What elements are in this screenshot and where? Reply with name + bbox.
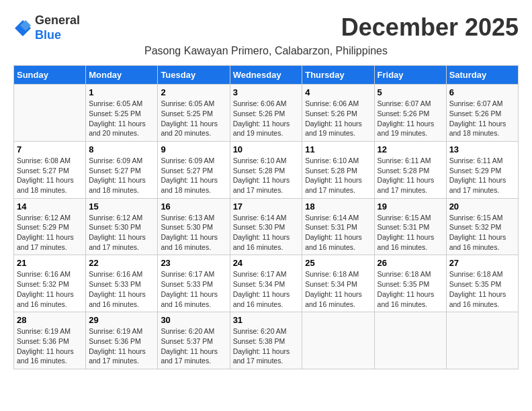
- calendar-cell: 23Sunrise: 6:17 AM Sunset: 5:33 PM Dayli…: [158, 255, 230, 312]
- logo-icon: [13, 19, 32, 38]
- day-number: 1: [89, 87, 154, 97]
- day-number: 22: [89, 258, 154, 268]
- day-number: 16: [161, 201, 226, 212]
- day-number: 6: [449, 87, 515, 97]
- calendar-cell: 10Sunrise: 6:10 AM Sunset: 5:28 PM Dayli…: [230, 141, 302, 198]
- day-number: 9: [161, 144, 226, 154]
- day-info: Sunrise: 6:14 AM Sunset: 5:31 PM Dayligh…: [305, 213, 371, 253]
- calendar-cell: 31Sunrise: 6:20 AM Sunset: 5:38 PM Dayli…: [230, 312, 302, 369]
- calendar-cell: 5Sunrise: 6:07 AM Sunset: 5:26 PM Daylig…: [374, 85, 446, 142]
- calendar-cell: 28Sunrise: 6:19 AM Sunset: 5:36 PM Dayli…: [14, 312, 86, 369]
- calendar-week-5: 28Sunrise: 6:19 AM Sunset: 5:36 PM Dayli…: [14, 312, 519, 369]
- calendar-cell: [446, 312, 518, 369]
- page-header: General Blue December 2025: [13, 13, 519, 42]
- day-number: 15: [89, 201, 154, 212]
- day-number: 11: [305, 144, 371, 154]
- calendar-week-1: 1Sunrise: 6:05 AM Sunset: 5:25 PM Daylig…: [14, 85, 519, 142]
- calendar-cell: 3Sunrise: 6:06 AM Sunset: 5:26 PM Daylig…: [230, 85, 302, 142]
- day-info: Sunrise: 6:05 AM Sunset: 5:25 PM Dayligh…: [161, 99, 226, 138]
- day-info: Sunrise: 6:10 AM Sunset: 5:28 PM Dayligh…: [305, 156, 371, 195]
- day-info: Sunrise: 6:15 AM Sunset: 5:31 PM Dayligh…: [378, 213, 443, 253]
- day-info: Sunrise: 6:07 AM Sunset: 5:26 PM Dayligh…: [449, 99, 515, 138]
- calendar-cell: 8Sunrise: 6:09 AM Sunset: 5:27 PM Daylig…: [86, 141, 158, 198]
- day-number: 18: [305, 201, 371, 212]
- day-info: Sunrise: 6:06 AM Sunset: 5:26 PM Dayligh…: [305, 99, 371, 138]
- calendar-week-2: 7Sunrise: 6:08 AM Sunset: 5:27 PM Daylig…: [14, 141, 519, 198]
- day-number: 2: [161, 87, 226, 97]
- day-number: 5: [378, 87, 443, 97]
- day-number: 7: [17, 144, 83, 154]
- calendar-cell: 22Sunrise: 6:16 AM Sunset: 5:33 PM Dayli…: [86, 255, 158, 312]
- day-number: 8: [89, 144, 154, 154]
- location-subtitle: Pasong Kawayan Primero, Calabarzon, Phil…: [13, 45, 519, 57]
- day-info: Sunrise: 6:17 AM Sunset: 5:33 PM Dayligh…: [161, 269, 226, 309]
- day-info: Sunrise: 6:19 AM Sunset: 5:36 PM Dayligh…: [17, 326, 83, 366]
- calendar-cell: 2Sunrise: 6:05 AM Sunset: 5:25 PM Daylig…: [158, 85, 230, 142]
- calendar-cell: 29Sunrise: 6:19 AM Sunset: 5:36 PM Dayli…: [86, 312, 158, 369]
- day-number: 20: [449, 201, 515, 212]
- calendar-cell: [14, 85, 86, 142]
- day-number: 12: [378, 144, 443, 154]
- day-number: 26: [378, 258, 443, 268]
- day-number: 24: [233, 258, 300, 268]
- calendar-cell: 19Sunrise: 6:15 AM Sunset: 5:31 PM Dayli…: [374, 198, 446, 255]
- day-number: 17: [233, 201, 300, 212]
- day-info: Sunrise: 6:09 AM Sunset: 5:27 PM Dayligh…: [89, 156, 154, 195]
- calendar-cell: 7Sunrise: 6:08 AM Sunset: 5:27 PM Daylig…: [14, 141, 86, 198]
- day-info: Sunrise: 6:05 AM Sunset: 5:25 PM Dayligh…: [89, 99, 154, 138]
- day-number: 21: [17, 258, 83, 268]
- calendar-cell: 30Sunrise: 6:20 AM Sunset: 5:37 PM Dayli…: [158, 312, 230, 369]
- day-number: 14: [17, 201, 83, 212]
- day-info: Sunrise: 6:12 AM Sunset: 5:29 PM Dayligh…: [17, 213, 83, 253]
- day-number: 3: [233, 87, 300, 97]
- day-info: Sunrise: 6:18 AM Sunset: 5:34 PM Dayligh…: [305, 269, 371, 309]
- calendar-cell: 25Sunrise: 6:18 AM Sunset: 5:34 PM Dayli…: [302, 255, 374, 312]
- logo-general: General: [35, 13, 80, 27]
- calendar-cell: 13Sunrise: 6:11 AM Sunset: 5:29 PM Dayli…: [446, 141, 518, 198]
- day-number: 10: [233, 144, 300, 154]
- day-number: 4: [305, 87, 371, 97]
- day-number: 30: [161, 315, 226, 325]
- calendar-cell: 6Sunrise: 6:07 AM Sunset: 5:26 PM Daylig…: [446, 85, 518, 142]
- day-info: Sunrise: 6:16 AM Sunset: 5:32 PM Dayligh…: [17, 269, 83, 309]
- day-info: Sunrise: 6:06 AM Sunset: 5:26 PM Dayligh…: [233, 99, 300, 138]
- weekday-header-thursday: Thursday: [302, 66, 374, 85]
- calendar-cell: 24Sunrise: 6:17 AM Sunset: 5:34 PM Dayli…: [230, 255, 302, 312]
- day-number: 27: [449, 258, 515, 268]
- calendar-cell: 4Sunrise: 6:06 AM Sunset: 5:26 PM Daylig…: [302, 85, 374, 142]
- calendar-week-4: 21Sunrise: 6:16 AM Sunset: 5:32 PM Dayli…: [14, 255, 519, 312]
- day-info: Sunrise: 6:11 AM Sunset: 5:29 PM Dayligh…: [449, 156, 515, 195]
- day-info: Sunrise: 6:08 AM Sunset: 5:27 PM Dayligh…: [17, 156, 83, 195]
- day-info: Sunrise: 6:20 AM Sunset: 5:37 PM Dayligh…: [161, 326, 226, 366]
- calendar-cell: 15Sunrise: 6:12 AM Sunset: 5:30 PM Dayli…: [86, 198, 158, 255]
- day-info: Sunrise: 6:20 AM Sunset: 5:38 PM Dayligh…: [233, 326, 300, 366]
- day-info: Sunrise: 6:17 AM Sunset: 5:34 PM Dayligh…: [233, 269, 300, 309]
- calendar-cell: 16Sunrise: 6:13 AM Sunset: 5:30 PM Dayli…: [158, 198, 230, 255]
- day-info: Sunrise: 6:14 AM Sunset: 5:30 PM Dayligh…: [233, 213, 300, 253]
- calendar-cell: 12Sunrise: 6:11 AM Sunset: 5:28 PM Dayli…: [374, 141, 446, 198]
- logo: General Blue: [13, 13, 80, 42]
- calendar-cell: 21Sunrise: 6:16 AM Sunset: 5:32 PM Dayli…: [14, 255, 86, 312]
- calendar-week-3: 14Sunrise: 6:12 AM Sunset: 5:29 PM Dayli…: [14, 198, 519, 255]
- day-info: Sunrise: 6:09 AM Sunset: 5:27 PM Dayligh…: [161, 156, 226, 195]
- day-info: Sunrise: 6:18 AM Sunset: 5:35 PM Dayligh…: [449, 269, 515, 309]
- calendar-cell: 27Sunrise: 6:18 AM Sunset: 5:35 PM Dayli…: [446, 255, 518, 312]
- weekday-header-sunday: Sunday: [14, 66, 86, 85]
- calendar-cell: 18Sunrise: 6:14 AM Sunset: 5:31 PM Dayli…: [302, 198, 374, 255]
- calendar-cell: 26Sunrise: 6:18 AM Sunset: 5:35 PM Dayli…: [374, 255, 446, 312]
- calendar-table: SundayMondayTuesdayWednesdayThursdayFrid…: [13, 65, 519, 369]
- weekday-header-wednesday: Wednesday: [230, 66, 302, 85]
- day-number: 13: [449, 144, 515, 154]
- weekday-header-row: SundayMondayTuesdayWednesdayThursdayFrid…: [14, 66, 519, 85]
- day-number: 25: [305, 258, 371, 268]
- day-number: 28: [17, 315, 83, 325]
- calendar-cell: 14Sunrise: 6:12 AM Sunset: 5:29 PM Dayli…: [14, 198, 86, 255]
- day-info: Sunrise: 6:16 AM Sunset: 5:33 PM Dayligh…: [89, 269, 154, 309]
- logo-blue: Blue: [35, 28, 61, 42]
- calendar-cell: 1Sunrise: 6:05 AM Sunset: 5:25 PM Daylig…: [86, 85, 158, 142]
- day-number: 23: [161, 258, 226, 268]
- calendar-cell: [302, 312, 374, 369]
- calendar-cell: 20Sunrise: 6:15 AM Sunset: 5:32 PM Dayli…: [446, 198, 518, 255]
- day-number: 19: [378, 201, 443, 212]
- weekday-header-saturday: Saturday: [446, 66, 518, 85]
